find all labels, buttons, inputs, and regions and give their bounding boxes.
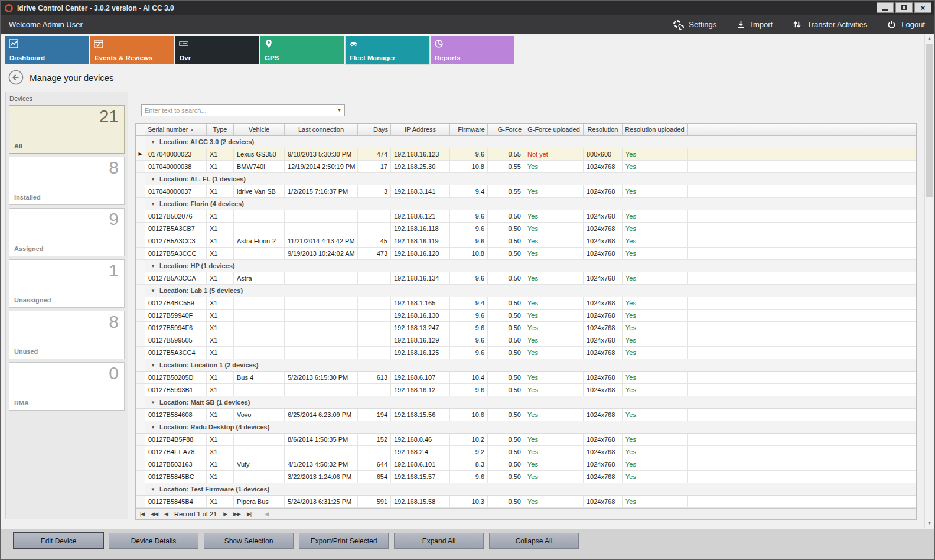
column-header-last[interactable]: Last connection: [285, 124, 358, 135]
device-filter-rma[interactable]: 0RMA: [9, 362, 125, 411]
scroll-up-icon[interactable]: ▲: [925, 34, 934, 43]
search-dropdown-icon[interactable]: ▼: [334, 108, 344, 112]
device-row-00127B50205D[interactable]: 00127B50205DX1Bus 45/2/2013 6:15:30 PM61…: [136, 372, 916, 384]
cell-g: 0.50: [488, 372, 524, 383]
row-indicator-cell: [136, 136, 145, 148]
column-header-vehicle[interactable]: Vehicle: [234, 124, 285, 135]
column-header-fw[interactable]: Firmware: [450, 124, 488, 135]
cell-g: 0.50: [488, 210, 524, 222]
device-filter-assigned[interactable]: 9Assigned: [9, 208, 125, 256]
tab-dashboard[interactable]: Dashboard: [5, 36, 89, 64]
device-row-00127B5A3CCA[interactable]: 00127B5A3CCAX1Astra192.168.16.1349.60.50…: [136, 272, 916, 285]
last-record-button[interactable]: ▶|: [247, 512, 251, 517]
cell-type: X1: [207, 384, 234, 396]
cell-last: 5/2/2013 6:15:30 PM: [285, 372, 358, 383]
chart-icon: [9, 39, 18, 48]
group-row-location-lab-1-5-devices[interactable]: ▼Location: Lab 1 (5 devices): [136, 285, 916, 297]
column-header-serial[interactable]: Serial number ▲: [145, 124, 207, 135]
prev-page-button[interactable]: ◀◀: [151, 512, 158, 517]
device-details-button[interactable]: Device Details: [109, 533, 198, 549]
column-header-gup[interactable]: G-Force uploaded: [524, 124, 584, 135]
edit-device-button[interactable]: Edit Device: [14, 533, 103, 549]
cell-days: [358, 446, 391, 458]
column-header-resup[interactable]: Resolution uploaded: [623, 124, 688, 135]
show-selection-button[interactable]: Show Selection: [204, 533, 294, 549]
device-row-00127B4BC559[interactable]: 00127B4BC559X1192.168.1.1659.40.50Yes102…: [136, 297, 916, 310]
scroll-left-button[interactable]: ◀: [265, 512, 268, 517]
device-filter-all[interactable]: 21All: [9, 105, 125, 154]
device-row-00127B59940F[interactable]: 00127B59940FX1192.168.16.1309.60.50Yes10…: [136, 310, 916, 322]
scrollbar-thumb[interactable]: [926, 44, 933, 197]
device-row-017040000038[interactable]: 017040000038X1BMW740i12/19/2014 2:50:19 …: [136, 161, 916, 173]
device-row-00127B5994F6[interactable]: 00127B5994F6X1192.168.13.2479.60.50Yes10…: [136, 322, 916, 334]
group-row-location-location-1-2-devices[interactable]: ▼Location: Location 1 (2 devices): [136, 359, 916, 372]
minimize-button[interactable]: [877, 2, 894, 13]
column-header-ip[interactable]: IP Address: [391, 124, 450, 135]
tab-gps[interactable]: GPS: [260, 36, 344, 64]
prev-record-button[interactable]: ◀: [164, 512, 168, 517]
cell-gup: Yes: [524, 310, 584, 321]
group-row-location-test-firmware-1-devices[interactable]: ▼Location: Test Firmware (1 devices): [136, 483, 916, 496]
tab-events-reviews[interactable]: Events & Reviews: [90, 36, 174, 64]
cell-res: 1024x768: [584, 272, 623, 284]
collapse-icon: ▼: [151, 400, 155, 405]
device-row-00127B5845B4[interactable]: 00127B5845B4X1Pipera Bus5/24/2013 6:31:2…: [136, 496, 916, 508]
device-filter-installed[interactable]: 8Installed: [9, 157, 125, 205]
back-button[interactable]: [8, 70, 24, 85]
cell-fw: 9.6: [450, 310, 488, 321]
cell-vehicle: [234, 223, 285, 235]
action-logout[interactable]: Logout: [886, 20, 925, 30]
cell-ip: 192.168.15.57: [391, 471, 450, 483]
tab-reports[interactable]: Reports: [431, 36, 514, 64]
action-transfer-activities[interactable]: Transfer Activities: [791, 20, 867, 30]
devices-panel: Devices 21All8Installed9Assigned1Unassig…: [5, 92, 128, 519]
search-input[interactable]: [142, 107, 334, 114]
next-record-button[interactable]: ▶: [223, 512, 227, 517]
group-row-location-florin-4-devices[interactable]: ▼Location: Florin (4 devices): [136, 198, 916, 210]
cell-serial: 00127B5845B4: [145, 496, 207, 507]
tab-dvr[interactable]: Dvr: [175, 36, 259, 64]
device-row-00127B5A3CCC[interactable]: 00127B5A3CCCX19/19/2013 10:24:02 AM47319…: [136, 248, 916, 260]
group-label: Location: Florin (4 devices): [159, 200, 244, 207]
scroll-down-icon[interactable]: ▼: [925, 519, 934, 528]
device-filter-unused[interactable]: 8Unused: [9, 311, 125, 359]
group-row-location-al-fl-1-devices[interactable]: ▼Location: Al - FL (1 devices): [136, 173, 916, 185]
device-row-00127B5845BC[interactable]: 00127B5845BCX13/22/2013 1:24:06 PM654192…: [136, 471, 916, 483]
first-record-button[interactable]: |◀: [140, 512, 144, 517]
device-row-00127B4B5F88[interactable]: 00127B4B5F88X18/6/2014 1:50:35 PM152192.…: [136, 434, 916, 446]
group-row-location-radu-desktop-4-devices[interactable]: ▼Location: Radu Desktop (4 devices): [136, 421, 916, 434]
cell-res: 1024x768: [584, 471, 623, 483]
device-row-00127B5A3CC3[interactable]: 00127B5A3CC3X1Astra Florin-211/21/2014 4…: [136, 235, 916, 248]
column-header-g[interactable]: G-Force: [488, 124, 524, 135]
group-row-location-hp-1-devices[interactable]: ▼Location: HP (1 devices): [136, 260, 916, 272]
next-page-button[interactable]: ▶▶: [233, 512, 240, 517]
device-row-00127B584608[interactable]: 00127B584608X1Vovo6/25/2014 6:23:09 PM19…: [136, 409, 916, 421]
device-row-00127B5993B1[interactable]: 00127B5993B1X1192.168.16.129.60.50Yes102…: [136, 384, 916, 396]
expand-all-button[interactable]: Expand All: [394, 533, 484, 549]
collapse-all-button[interactable]: Collapse All: [489, 533, 579, 549]
tab-fleet-manager[interactable]: Fleet Manager: [346, 36, 429, 64]
device-row-00127B4EEA78[interactable]: 00127B4EEA78X1192.168.2.49.20.50Yes1024x…: [136, 446, 916, 458]
device-row-00127B502076[interactable]: 00127B502076X1192.168.6.1219.60.50Yes102…: [136, 210, 916, 223]
device-row-017040000023[interactable]: ▶017040000023X1Lexus GS3509/18/2013 5:30…: [136, 148, 916, 161]
action-import[interactable]: Import: [735, 20, 773, 30]
column-header-type[interactable]: Type: [207, 124, 234, 135]
cell-fw: 10.4: [450, 372, 488, 383]
action-settings[interactable]: Settings: [673, 20, 716, 30]
group-row-location-matt-sb-1-devices[interactable]: ▼Location: Matt SB (1 devices): [136, 396, 916, 409]
device-row-00127B5A3CB7[interactable]: 00127B5A3CB7X1192.168.16.1189.60.50Yes10…: [136, 223, 916, 235]
device-row-00127B503163[interactable]: 00127B503163X1Vufy4/1/2013 4:50:32 PM644…: [136, 458, 916, 471]
device-row-00127B5A3CC4[interactable]: 00127B5A3CC4X1192.168.16.1259.60.50Yes10…: [136, 347, 916, 359]
maximize-button[interactable]: [895, 2, 913, 13]
device-row-017040000037[interactable]: 017040000037X1idrive Van SB1/2/2015 7:16…: [136, 185, 916, 198]
cell-last: 4/1/2013 4:50:32 PM: [285, 458, 358, 470]
device-row-00127B599505[interactable]: 00127B599505X1192.168.16.1299.60.50Yes10…: [136, 334, 916, 347]
cell-res: 1024x768: [584, 372, 623, 383]
column-header-days[interactable]: Days: [358, 124, 391, 135]
vertical-scrollbar[interactable]: ▲ ▼: [924, 34, 934, 528]
device-filter-unassigned[interactable]: 1Unassigned: [9, 259, 125, 308]
group-row-location-al-cc-3-0-2-devices[interactable]: ▼Location: Al CC 3.0 (2 devices): [136, 136, 916, 148]
close-button[interactable]: ×: [914, 2, 931, 13]
column-header-res[interactable]: Resolution: [584, 124, 623, 135]
export-print-selected-button[interactable]: Export/Print Selected: [299, 533, 389, 549]
